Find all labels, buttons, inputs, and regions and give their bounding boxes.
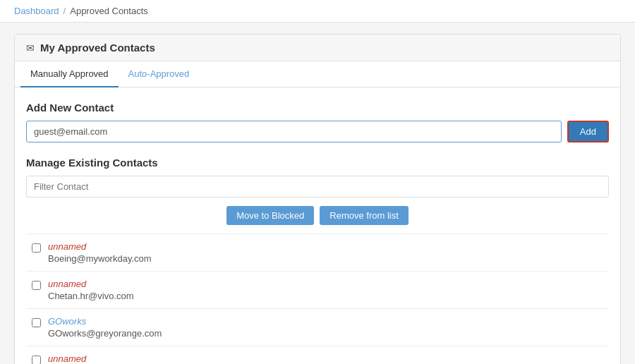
tabs-bar: Manually Approved Auto-Approved <box>15 61 620 87</box>
add-contact-row: Add <box>26 121 609 142</box>
contact-info: unnamedChetan.hr@vivo.com <box>48 279 134 301</box>
page-content: ✉ My Approved Contacts Manually Approved… <box>0 23 635 364</box>
card-header: ✉ My Approved Contacts <box>15 35 620 61</box>
contact-checkbox[interactable] <box>32 243 41 253</box>
breadcrumb-dashboard-link[interactable]: Dashboard <box>14 6 59 16</box>
contact-row: GOworksGOworks@greyorange.com <box>26 309 609 346</box>
move-to-blocked-button[interactable]: Move to Blocked <box>226 206 314 225</box>
manage-contacts-label: Manage Existing Contacts <box>26 157 609 169</box>
remove-from-list-button[interactable]: Remove from list <box>320 206 409 225</box>
contact-name: unnamed <box>48 241 152 252</box>
add-contact-button[interactable]: Add <box>567 121 609 142</box>
contact-row: unnamedICSI@online-ap1.com <box>26 346 609 364</box>
contact-email: Chetan.hr@vivo.com <box>48 291 134 301</box>
breadcrumb-current: Approved Contacts <box>70 6 148 16</box>
tab-manually-approved[interactable]: Manually Approved <box>20 61 119 87</box>
main-card: ✉ My Approved Contacts Manually Approved… <box>14 34 621 364</box>
contact-checkbox[interactable] <box>32 281 41 290</box>
breadcrumb: Dashboard / Approved Contacts <box>0 0 635 23</box>
contact-checkbox[interactable] <box>32 318 41 327</box>
add-contact-label: Add New Contact <box>26 102 609 114</box>
card-title: My Approved Contacts <box>40 42 155 54</box>
contact-checkbox[interactable] <box>32 356 41 364</box>
contact-info: unnamedBoeing@myworkday.com <box>48 241 152 264</box>
contact-email: GOworks@greyorange.com <box>48 328 162 339</box>
breadcrumb-separator: / <box>64 6 66 16</box>
contact-name: unnamed <box>48 353 138 364</box>
contact-list: unnamedBoeing@myworkday.comunnamedChetan… <box>26 233 609 364</box>
card-body: Add New Contact Add Manage Existing Cont… <box>15 87 620 364</box>
action-buttons-row: Move to Blocked Remove from list <box>26 206 609 225</box>
contact-name: unnamed <box>48 279 134 289</box>
contact-email: Boeing@myworkday.com <box>48 253 152 264</box>
filter-input[interactable] <box>26 176 609 198</box>
tab-auto-approved[interactable]: Auto-Approved <box>119 61 200 87</box>
contact-info: GOworksGOworks@greyorange.com <box>48 316 162 339</box>
contact-name: GOworks <box>48 316 162 327</box>
contact-row: unnamedBoeing@myworkday.com <box>26 234 609 272</box>
envelope-icon: ✉ <box>26 42 35 54</box>
email-input[interactable] <box>26 121 562 142</box>
contact-info: unnamedICSI@online-ap1.com <box>48 353 138 364</box>
contact-row: unnamedChetan.hr@vivo.com <box>26 272 609 309</box>
